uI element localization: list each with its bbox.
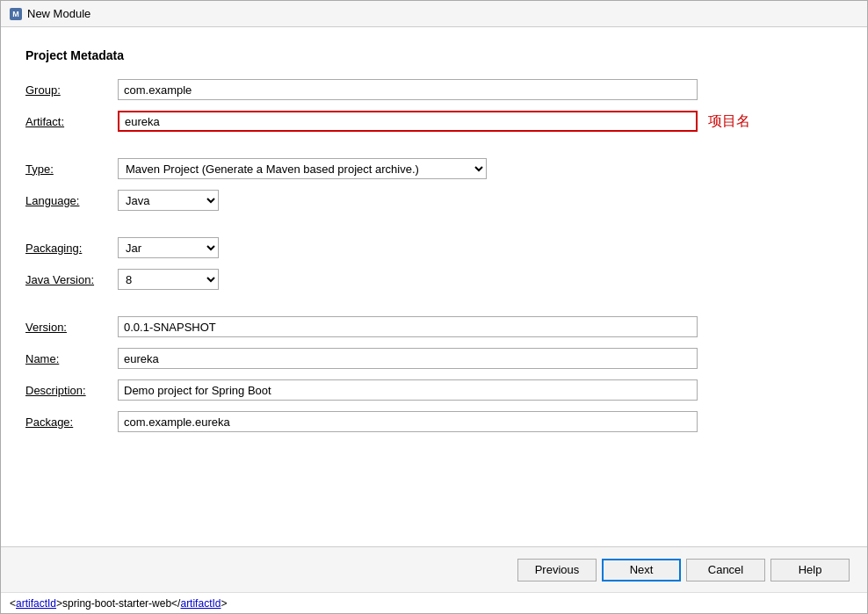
package-label: Package:	[25, 415, 118, 429]
cancel-button[interactable]: Cancel	[686, 559, 765, 581]
language-select[interactable]: Java	[118, 190, 219, 211]
type-label: Type:	[25, 163, 118, 176]
language-label: Language:	[25, 194, 118, 207]
packaging-label: Packaging:	[25, 242, 118, 255]
group-label: Group:	[25, 83, 118, 97]
description-input[interactable]	[118, 379, 698, 401]
description-label: Description:	[25, 384, 118, 397]
name-label: Name:	[25, 352, 118, 365]
package-input[interactable]	[118, 411, 698, 432]
artifact-label: Artifact:	[25, 115, 118, 128]
bottom-bar-text: <artifactId>spring-boot-starter-web</art…	[10, 597, 228, 610]
packaging-select[interactable]: Jar	[118, 237, 219, 258]
type-select[interactable]: Maven Project (Generate a Maven based pr…	[118, 158, 487, 179]
artifact-annotation: 项目名	[708, 112, 750, 131]
version-row: Version:	[25, 315, 843, 338]
section-title: Project Metadata	[25, 48, 843, 62]
name-row: Name:	[25, 347, 843, 370]
spacer-2	[25, 220, 843, 228]
help-button[interactable]: Help	[770, 559, 850, 581]
title-bar: M New Module	[1, 1, 867, 27]
footer-bar: Previous Next Cancel Help	[1, 546, 867, 592]
package-row: Package:	[25, 410, 843, 433]
spacer-3	[25, 300, 843, 307]
bottom-bar: <artifactId>spring-boot-starter-web</art…	[1, 592, 867, 613]
artifact-input[interactable]	[118, 111, 698, 132]
java-version-label: Java Version:	[25, 273, 118, 286]
title-bar-text: New Module	[27, 7, 90, 20]
form-content: Project Metadata Group: Artifact: 项目名 Ty…	[1, 27, 867, 546]
artifact-id-close-link[interactable]: artifactId	[180, 597, 221, 610]
spacer-1	[25, 141, 843, 148]
java-version-select[interactable]: 8	[118, 269, 219, 290]
name-input[interactable]	[118, 348, 698, 369]
type-row: Type: Maven Project (Generate a Maven ba…	[25, 157, 843, 180]
title-bar-icon: M	[10, 8, 22, 20]
artifact-row: Artifact: 项目名	[25, 110, 843, 133]
version-input[interactable]	[118, 316, 698, 337]
new-module-window: M New Module Project Metadata Group: Art…	[0, 0, 868, 614]
group-row: Group:	[25, 78, 843, 101]
previous-button[interactable]: Previous	[517, 559, 597, 581]
next-button[interactable]: Next	[602, 559, 681, 581]
form-grid: Group: Artifact: 项目名 Type: Maven Project…	[25, 78, 843, 433]
group-input[interactable]	[118, 79, 698, 100]
description-row: Description:	[25, 379, 843, 401]
java-version-row: Java Version: 8	[25, 268, 843, 291]
language-row: Language: Java	[25, 189, 843, 212]
artifact-id-link[interactable]: artifactId	[16, 597, 56, 610]
version-label: Version:	[25, 321, 118, 334]
packaging-row: Packaging: Jar	[25, 236, 843, 259]
